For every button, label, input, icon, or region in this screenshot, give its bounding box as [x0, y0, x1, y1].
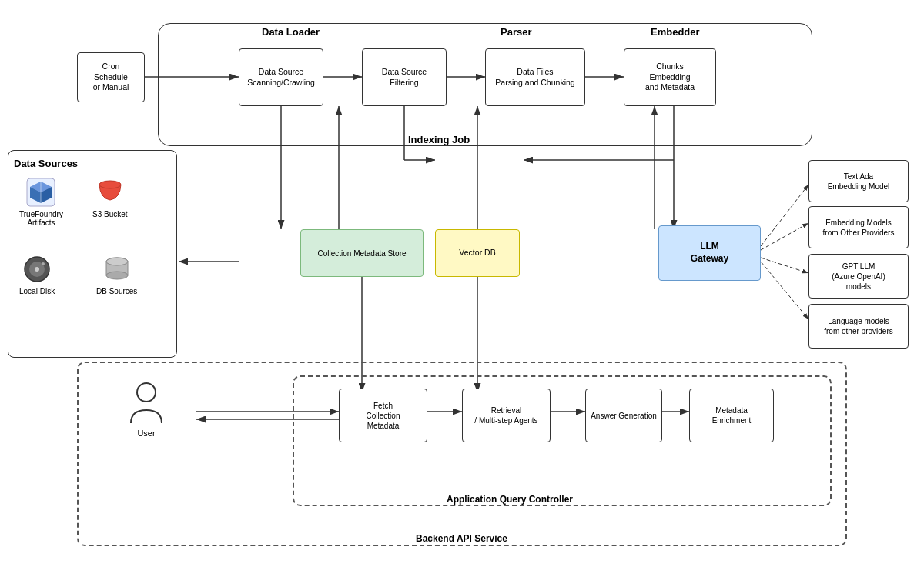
svg-point-45 — [137, 383, 156, 402]
answer-generation-box: Answer Generation — [585, 389, 662, 442]
fetch-collection-box: Fetch Collection Metadata — [339, 389, 427, 442]
embedding-models-label: Embedding Models from Other Providers — [823, 218, 895, 238]
cron-box: Cron Schedule or Manual — [77, 52, 145, 102]
svg-line-23 — [761, 185, 808, 246]
llm-gateway-box: LLM Gateway — [658, 225, 761, 281]
metadata-enrichment-box: Metadata Enrichment — [689, 389, 774, 442]
svg-point-44 — [106, 258, 128, 265]
s3-bucket-icon — [95, 177, 126, 208]
chunks-embedding-box: Chunks Embedding and Metadata — [624, 48, 716, 106]
app-query-label: Application Query Controller — [447, 494, 573, 505]
user-label: User — [137, 429, 155, 438]
text-ada-label: Text Ada Embedding Model — [828, 172, 890, 192]
data-sources-title: Data Sources — [14, 158, 78, 169]
data-files-parsing-label: Data Files Parsing and Chunking — [495, 67, 574, 88]
retrieval-agents-label: Retrieval / Multi-step Agents — [474, 405, 537, 425]
data-source-filtering-box: Data Source Filtering — [362, 48, 447, 106]
metadata-enrichment-label: Metadata Enrichment — [712, 405, 752, 425]
s3-bucket-label: S3 Bucket — [92, 210, 128, 218]
truefoundry-label: TrueFoundry Artifacts — [19, 210, 63, 227]
local-disk-label: Local Disk — [19, 287, 55, 295]
retrieval-agents-box: Retrieval / Multi-step Agents — [462, 389, 551, 442]
language-models-box: Language models from other providers — [808, 304, 909, 349]
language-models-label: Language models from other providers — [824, 316, 892, 336]
vector-db-label: Vector DB — [459, 248, 495, 258]
answer-generation-label: Answer Generation — [591, 411, 657, 421]
cron-label: Cron Schedule or Manual — [93, 62, 129, 93]
data-loader-label: Data Loader — [262, 26, 320, 38]
db-sources-label: DB Sources — [96, 287, 137, 295]
db-sources-icon-container: DB Sources — [96, 254, 137, 295]
svg-line-26 — [761, 262, 808, 319]
user-icon — [127, 381, 166, 427]
svg-point-39 — [35, 267, 39, 272]
backend-api-label: Backend API Service — [416, 533, 507, 544]
svg-point-43 — [106, 272, 128, 279]
fetch-collection-label: Fetch Collection Metadata — [367, 401, 400, 431]
indexing-job-label: Indexing Job — [408, 134, 470, 145]
svg-line-24 — [761, 223, 808, 250]
text-ada-box: Text Ada Embedding Model — [808, 160, 909, 202]
data-source-filtering-label: Data Source Filtering — [382, 67, 427, 88]
collection-metadata-box: Collection Metadata Store — [300, 229, 424, 277]
parser-label: Parser — [500, 26, 531, 38]
svg-point-40 — [42, 262, 45, 265]
truefoundry-icon-container: TrueFoundry Artifacts — [19, 177, 63, 227]
llm-gateway-label: LLM Gateway — [691, 241, 728, 265]
embedder-label: Embedder — [651, 26, 700, 38]
vector-db-box: Vector DB — [435, 229, 520, 277]
data-files-parsing-box: Data Files Parsing and Chunking — [485, 48, 585, 106]
chunks-embedding-label: Chunks Embedding and Metadata — [645, 62, 695, 93]
gpt-llm-label: GPT LLM (Azure OpenAI) models — [832, 262, 885, 292]
db-sources-icon — [102, 254, 132, 285]
user-icon-container: User — [127, 381, 166, 438]
local-disk-icon-container: Local Disk — [19, 254, 55, 295]
gpt-llm-box: GPT LLM (Azure OpenAI) models — [808, 254, 909, 299]
data-source-scanning-box: Data Source Scanning/Crawling — [239, 48, 323, 106]
embedding-models-box: Embedding Models from Other Providers — [808, 206, 909, 248]
s3-bucket-icon-container: S3 Bucket — [92, 177, 128, 218]
diagram-container: Data Loader Parser Embedder Cron Schedul… — [0, 0, 924, 567]
truefoundry-icon — [25, 177, 56, 208]
data-source-scanning-label: Data Source Scanning/Crawling — [247, 67, 315, 88]
local-disk-icon — [22, 254, 52, 285]
svg-line-25 — [761, 258, 808, 273]
collection-metadata-label: Collection Metadata Store — [317, 248, 406, 258]
